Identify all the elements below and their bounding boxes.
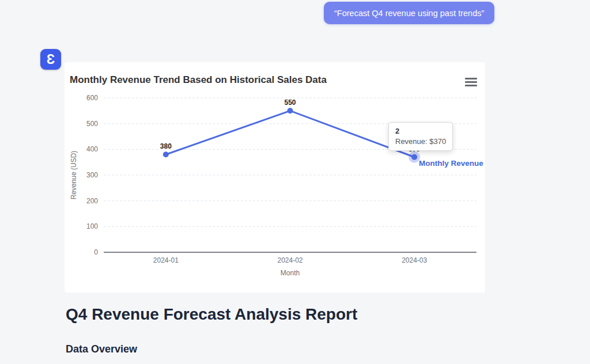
data-point[interactable] [288,108,293,113]
y-axis-name: Revenue (USD) [70,151,78,200]
point-value-label: 380 [160,142,172,150]
report-title: Q4 Revenue Forecast Analysis Report [66,305,357,324]
data-point[interactable] [411,154,417,160]
revenue-line-chart[interactable]: 01002003004005006002024-012024-022024-03… [65,62,485,293]
page: “Forecast Q4 revenue using past trends” … [0,0,590,364]
x-tick-label: 2024-01 [153,256,179,264]
echarts-logo-glyph: Ɛ [47,52,55,67]
x-tick-label: 2024-02 [277,256,302,264]
y-tick-label: 0 [94,248,98,256]
series-end-label: Monthly Revenue [419,159,483,168]
tooltip-category: 2 [395,127,446,135]
y-tick-label: 500 [86,120,98,128]
series-line [166,111,414,157]
chart-tooltip: 2 Revenue: $370 [388,122,453,151]
y-tick-label: 400 [86,145,98,153]
x-tick-label: 2024-03 [402,256,427,264]
app-logo-icon[interactable]: Ɛ [40,49,61,70]
section-heading-data-overview: Data Overview [66,343,137,355]
y-tick-label: 100 [86,222,98,230]
y-tick-label: 200 [86,197,98,205]
y-tick-label: 300 [86,171,98,179]
point-value-label: 550 [284,98,296,107]
data-point[interactable] [163,151,169,157]
prompt-chip[interactable]: “Forecast Q4 revenue using past trends” [324,2,494,24]
y-tick-label: 600 [86,94,98,102]
x-axis-name: Month [281,269,300,277]
chart-card: Monthly Revenue Trend Based on Historica… [65,62,485,293]
tooltip-value: Revenue: $370 [395,137,446,146]
